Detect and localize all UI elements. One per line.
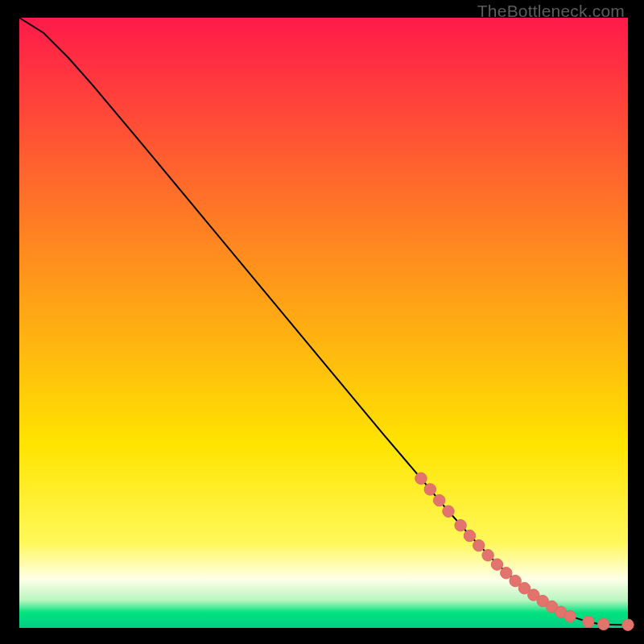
data-marker [598,618,609,630]
data-marker [424,484,436,495]
data-marker [622,619,634,630]
data-marker [564,610,576,621]
data-marker [464,530,475,541]
data-marker [415,473,427,484]
data-marker [482,550,493,561]
chart-frame [19,18,628,628]
data-curve [19,18,628,625]
data-marker [455,519,466,530]
data-marker [433,494,444,506]
data-markers [415,473,634,630]
data-marker [491,559,502,570]
data-marker [501,568,512,579]
data-marker [443,506,454,517]
data-marker [473,539,485,551]
data-marker [583,616,594,627]
chart-svg [19,18,628,628]
